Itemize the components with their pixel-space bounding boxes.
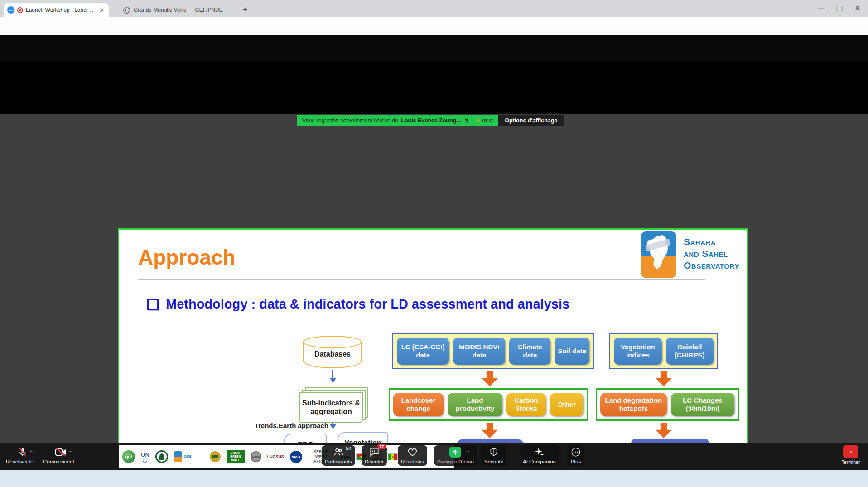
security-shield-icon <box>489 447 498 457</box>
zoom-header: zoom Workplace ✓ REC Afficher <box>0 35 868 61</box>
browser-tab-strip: zm Launch Workshop - Land Deg ✕ Grande M… <box>0 0 868 17</box>
globe-favicon <box>123 7 130 14</box>
indicator-box: Land productivity <box>448 393 502 416</box>
indicator-box: Carbon Stocks <box>506 393 546 416</box>
browser-toolbar: ← → ↻ app.zoom.us/wc/84710753286/join?re… <box>0 17 868 35</box>
more-button[interactable]: Plus <box>567 445 584 466</box>
minimize-window-button[interactable]: — <box>814 2 829 14</box>
ai-sparkle-icon <box>534 447 545 458</box>
muted-mic-icon <box>18 447 27 458</box>
flow-arrow-orange <box>656 423 672 438</box>
start-video-button[interactable]: ⌄ Commencer l... <box>40 445 82 466</box>
tab-title: Launch Workshop - Land Deg <box>26 7 96 13</box>
slide-title: Approach <box>138 245 236 270</box>
data-sources-container: LC (ESA-CCI) data MODIS NDVI data Climat… <box>392 333 594 369</box>
flow-arrow-orange <box>656 371 672 386</box>
display-options-button[interactable]: Options d'affichage <box>498 115 564 126</box>
maximize-window-button[interactable]: ▢ <box>832 2 847 14</box>
mic-options-caret[interactable]: ⌄ <box>29 448 34 453</box>
slide-heading: Methodology : data & indicators for LD a… <box>147 297 569 312</box>
share-options-caret[interactable]: ⌄ <box>466 448 470 453</box>
data-source-box: Soil data <box>555 338 589 365</box>
chat-options-caret[interactable]: ⌄ <box>385 448 389 453</box>
tab-title: Grande Muraille Verte — GEF/PNUE <box>134 7 227 13</box>
indicator-box: Landcover change <box>393 393 444 416</box>
unmute-button[interactable]: ⌄ Réactiver le ... <box>3 445 43 466</box>
ai-companion-button[interactable]: AI Companion <box>520 445 559 466</box>
close-window-button[interactable]: ✕ <box>850 2 865 14</box>
checkbox-bullet-icon <box>147 299 159 310</box>
data-source-box: Rainfall (CHIRPS) <box>666 338 714 365</box>
security-button[interactable]: Sécurité <box>481 445 506 466</box>
indicator-box: Land degradation hotspots <box>600 393 667 416</box>
video-options-caret[interactable]: ⌄ <box>68 448 72 453</box>
data-sources-container: Vegetation indices Rainfall (CHIRPS) <box>609 333 718 369</box>
end-meeting-icon: × <box>843 445 858 458</box>
african-union-logo <box>210 451 221 462</box>
participants-count: 50 <box>346 446 351 451</box>
tab-close-icon[interactable]: ✕ <box>98 7 105 14</box>
flow-arrow <box>332 370 333 382</box>
flow-arrow <box>332 423 333 428</box>
chat-badge: 17 <box>377 444 386 449</box>
lucsus-logo: LUCSUS <box>267 454 284 459</box>
flow-arrow-orange <box>482 423 498 438</box>
oss-logo-text: Sahara and Sahel Observatory <box>684 236 739 271</box>
meeting-toolbar: gef UN OSS GREAT GREEN WALL LUND <box>0 443 868 470</box>
oss-logo-icon <box>641 231 676 278</box>
zoom-favicon: zm <box>7 6 14 14</box>
new-tab-button[interactable]: + <box>239 4 251 15</box>
shared-screen-stage: Approach Sahara and Sahel Observatory Me… <box>0 114 868 443</box>
camera-off-icon <box>55 448 66 457</box>
subindicators-docs: Sub-indicators & aggregation <box>299 387 368 422</box>
participants-button[interactable]: 50 Participants <box>322 445 355 466</box>
flag-senegal <box>388 453 398 460</box>
share-screen-icon <box>449 447 461 458</box>
heart-icon <box>407 447 418 457</box>
end-meeting-button[interactable]: × Terminer <box>841 445 861 465</box>
windows-taskbar: 17°C Nuageux Rechercher ▤ T ∞ ▶ ✉ O o W <box>0 470 868 487</box>
indicator-box: Other <box>550 393 583 416</box>
trends-earth-label: Trends.Earth approach <box>244 422 328 429</box>
lund-logo: LUND <box>251 451 261 462</box>
more-dots-icon <box>570 447 581 457</box>
tab-grande-muraille[interactable]: Grande Muraille Verte — GEF/PNUE <box>119 3 232 17</box>
oss-footer-logo: OSS <box>174 451 204 462</box>
indicators-container: Land degradation hotspots LC Changes (30… <box>596 388 739 421</box>
reactions-button[interactable]: Réactions <box>398 445 427 466</box>
databases-cylinder: Databases <box>303 341 362 368</box>
cilss-logo <box>155 450 168 463</box>
screen-share-banner: Vous regardez actuellement l'écran de Lo… <box>297 115 564 126</box>
great-green-wall-logo: GREAT GREEN WALL <box>227 450 245 463</box>
indicator-box: LC Changes (30m/10m) <box>671 393 734 416</box>
banner-text: Vous regardez actuellement l'écran de <box>302 117 398 124</box>
share-screen-button[interactable]: ⌄ Partager l'écran <box>434 445 477 466</box>
flow-arrow-orange <box>482 371 498 386</box>
banner-speaker-name: Louis Evence Zoung... <box>401 117 461 124</box>
data-source-box: MODIS NDVI data <box>453 338 505 365</box>
indicators-container: Landcover change Land productivity Carbo… <box>389 388 588 421</box>
gef-logo: gef <box>122 450 135 463</box>
banner-muted-mic-icon <box>464 118 470 124</box>
participants-icon <box>333 447 344 457</box>
data-source-box: Climate data <box>509 338 550 365</box>
tab-divider <box>234 5 234 14</box>
tab-recording-indicator-icon <box>17 7 23 13</box>
un-environment-logo: UN <box>141 451 149 463</box>
nasa-logo: NASA <box>290 451 302 463</box>
chat-button[interactable]: 17 ⌄ Discuter <box>362 445 387 466</box>
screen: zm Launch Workshop - Land Deg ✕ Grande M… <box>0 0 868 487</box>
participant-strip: Anis Ghattassi | OSS Anis Ghattassi | OS… <box>0 61 868 114</box>
data-source-box: Vegetation indices <box>614 338 662 365</box>
banner-rec-indicator: REC <box>473 118 493 123</box>
tab-launch-workshop[interactable]: zm Launch Workshop - Land Deg ✕ <box>4 3 109 17</box>
data-source-box: LC (ESA-CCI) data <box>397 338 449 365</box>
title-rule <box>138 279 705 280</box>
